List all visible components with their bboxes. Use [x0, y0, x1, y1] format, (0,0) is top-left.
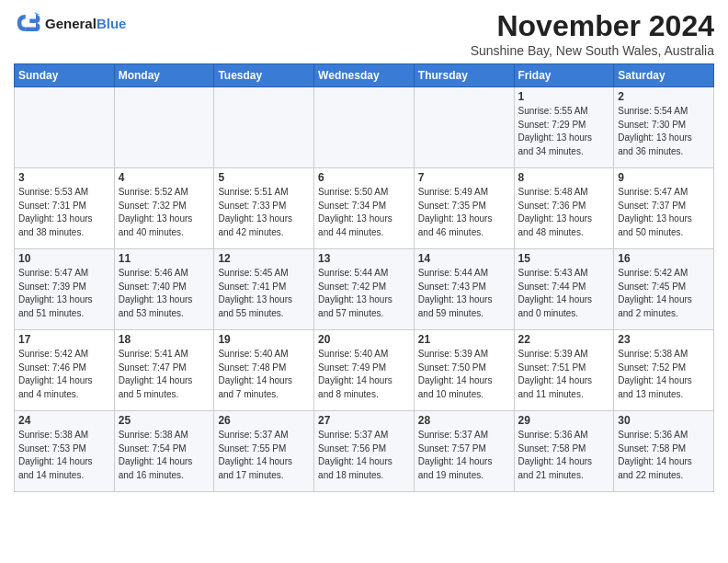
calendar-cell: 13Sunrise: 5:44 AM Sunset: 7:42 PM Dayli… — [314, 249, 415, 330]
calendar-cell: 3Sunrise: 5:53 AM Sunset: 7:31 PM Daylig… — [15, 168, 115, 249]
day-info: Sunrise: 5:39 AM Sunset: 7:51 PM Dayligh… — [518, 348, 610, 401]
day-info: Sunrise: 5:37 AM Sunset: 7:55 PM Dayligh… — [218, 429, 310, 482]
day-number: 26 — [218, 414, 310, 427]
logo-text: GeneralBlue — [45, 16, 126, 31]
calendar-cell: 7Sunrise: 5:49 AM Sunset: 7:35 PM Daylig… — [414, 168, 514, 249]
day-number: 1 — [518, 90, 610, 103]
day-info: Sunrise: 5:55 AM Sunset: 7:29 PM Dayligh… — [518, 105, 610, 158]
day-number: 24 — [18, 414, 110, 427]
calendar-title: November 2024 — [471, 9, 714, 43]
calendar-cell: 1Sunrise: 5:55 AM Sunset: 7:29 PM Daylig… — [514, 87, 614, 168]
calendar-week-row-2: 3Sunrise: 5:53 AM Sunset: 7:31 PM Daylig… — [15, 168, 714, 249]
calendar-cell: 21Sunrise: 5:39 AM Sunset: 7:50 PM Dayli… — [414, 330, 514, 411]
day-number: 13 — [318, 252, 410, 265]
day-info: Sunrise: 5:44 AM Sunset: 7:42 PM Dayligh… — [318, 267, 410, 320]
day-number: 25 — [119, 414, 210, 427]
day-number: 7 — [418, 171, 510, 184]
day-info: Sunrise: 5:44 AM Sunset: 7:43 PM Dayligh… — [418, 267, 510, 320]
day-info: Sunrise: 5:43 AM Sunset: 7:44 PM Dayligh… — [518, 267, 610, 320]
header-friday: Friday — [514, 64, 614, 87]
day-info: Sunrise: 5:51 AM Sunset: 7:33 PM Dayligh… — [218, 186, 310, 239]
calendar-cell: 5Sunrise: 5:51 AM Sunset: 7:33 PM Daylig… — [214, 168, 314, 249]
day-info: Sunrise: 5:54 AM Sunset: 7:30 PM Dayligh… — [618, 105, 710, 158]
calendar-cell — [214, 87, 314, 168]
day-number: 5 — [218, 171, 310, 184]
day-info: Sunrise: 5:40 AM Sunset: 7:48 PM Dayligh… — [218, 348, 310, 401]
day-info: Sunrise: 5:37 AM Sunset: 7:56 PM Dayligh… — [318, 429, 410, 482]
day-info: Sunrise: 5:39 AM Sunset: 7:50 PM Dayligh… — [418, 348, 510, 401]
day-number: 20 — [318, 333, 410, 346]
calendar-week-row-3: 10Sunrise: 5:47 AM Sunset: 7:39 PM Dayli… — [15, 249, 714, 330]
day-info: Sunrise: 5:41 AM Sunset: 7:47 PM Dayligh… — [119, 348, 210, 401]
day-info: Sunrise: 5:42 AM Sunset: 7:46 PM Dayligh… — [18, 348, 110, 401]
day-info: Sunrise: 5:38 AM Sunset: 7:53 PM Dayligh… — [18, 429, 110, 482]
day-info: Sunrise: 5:36 AM Sunset: 7:58 PM Dayligh… — [618, 429, 710, 482]
day-number: 21 — [418, 333, 510, 346]
calendar-cell: 22Sunrise: 5:39 AM Sunset: 7:51 PM Dayli… — [514, 330, 614, 411]
day-number: 3 — [18, 171, 110, 184]
calendar-cell — [114, 87, 214, 168]
day-info: Sunrise: 5:47 AM Sunset: 7:37 PM Dayligh… — [618, 186, 710, 239]
day-info: Sunrise: 5:37 AM Sunset: 7:57 PM Dayligh… — [418, 429, 510, 482]
day-number: 8 — [518, 171, 610, 184]
calendar-cell — [414, 87, 514, 168]
calendar-cell — [15, 87, 115, 168]
header-monday: Monday — [114, 64, 214, 87]
calendar-cell: 25Sunrise: 5:38 AM Sunset: 7:54 PM Dayli… — [114, 411, 214, 492]
day-info: Sunrise: 5:53 AM Sunset: 7:31 PM Dayligh… — [18, 186, 110, 239]
calendar-cell: 6Sunrise: 5:50 AM Sunset: 7:34 PM Daylig… — [314, 168, 415, 249]
day-info: Sunrise: 5:36 AM Sunset: 7:58 PM Dayligh… — [518, 429, 610, 482]
day-number: 15 — [518, 252, 610, 265]
day-number: 9 — [618, 171, 710, 184]
weekday-header-row: Sunday Monday Tuesday Wednesday Thursday… — [15, 64, 714, 87]
day-info: Sunrise: 5:50 AM Sunset: 7:34 PM Dayligh… — [318, 186, 410, 239]
header: GeneralBlue November 2024 Sunshine Bay, … — [14, 9, 714, 58]
day-number: 10 — [18, 252, 110, 265]
day-info: Sunrise: 5:52 AM Sunset: 7:32 PM Dayligh… — [119, 186, 210, 239]
day-number: 14 — [418, 252, 510, 265]
calendar-cell: 4Sunrise: 5:52 AM Sunset: 7:32 PM Daylig… — [114, 168, 214, 249]
header-wednesday: Wednesday — [314, 64, 415, 87]
day-number: 16 — [618, 252, 710, 265]
day-info: Sunrise: 5:47 AM Sunset: 7:39 PM Dayligh… — [18, 267, 110, 320]
calendar-cell: 18Sunrise: 5:41 AM Sunset: 7:47 PM Dayli… — [114, 330, 214, 411]
calendar-cell: 20Sunrise: 5:40 AM Sunset: 7:49 PM Dayli… — [314, 330, 415, 411]
logo: GeneralBlue — [14, 9, 126, 37]
calendar-cell: 8Sunrise: 5:48 AM Sunset: 7:36 PM Daylig… — [514, 168, 614, 249]
header-thursday: Thursday — [414, 64, 514, 87]
calendar-cell — [314, 87, 415, 168]
day-info: Sunrise: 5:45 AM Sunset: 7:41 PM Dayligh… — [218, 267, 310, 320]
calendar-cell: 30Sunrise: 5:36 AM Sunset: 7:58 PM Dayli… — [614, 411, 714, 492]
day-number: 18 — [119, 333, 210, 346]
day-info: Sunrise: 5:48 AM Sunset: 7:36 PM Dayligh… — [518, 186, 610, 239]
day-number: 22 — [518, 333, 610, 346]
calendar-cell: 23Sunrise: 5:38 AM Sunset: 7:52 PM Dayli… — [614, 330, 714, 411]
calendar-cell: 2Sunrise: 5:54 AM Sunset: 7:30 PM Daylig… — [614, 87, 714, 168]
day-number: 28 — [418, 414, 510, 427]
calendar-cell: 15Sunrise: 5:43 AM Sunset: 7:44 PM Dayli… — [514, 249, 614, 330]
day-info: Sunrise: 5:38 AM Sunset: 7:54 PM Dayligh… — [119, 429, 210, 482]
day-number: 2 — [618, 90, 710, 103]
calendar-subtitle: Sunshine Bay, New South Wales, Australia — [471, 43, 714, 58]
logo-icon — [14, 9, 41, 37]
day-info: Sunrise: 5:38 AM Sunset: 7:52 PM Dayligh… — [618, 348, 710, 401]
day-number: 19 — [218, 333, 310, 346]
calendar-week-row-5: 24Sunrise: 5:38 AM Sunset: 7:53 PM Dayli… — [15, 411, 714, 492]
calendar-cell: 28Sunrise: 5:37 AM Sunset: 7:57 PM Dayli… — [414, 411, 514, 492]
day-number: 23 — [618, 333, 710, 346]
calendar-cell: 9Sunrise: 5:47 AM Sunset: 7:37 PM Daylig… — [614, 168, 714, 249]
header-saturday: Saturday — [614, 64, 714, 87]
calendar-cell: 16Sunrise: 5:42 AM Sunset: 7:45 PM Dayli… — [614, 249, 714, 330]
day-number: 6 — [318, 171, 410, 184]
day-info: Sunrise: 5:42 AM Sunset: 7:45 PM Dayligh… — [618, 267, 710, 320]
day-info: Sunrise: 5:46 AM Sunset: 7:40 PM Dayligh… — [119, 267, 210, 320]
calendar-cell: 26Sunrise: 5:37 AM Sunset: 7:55 PM Dayli… — [214, 411, 314, 492]
day-number: 11 — [119, 252, 210, 265]
header-sunday: Sunday — [15, 64, 115, 87]
calendar-cell: 12Sunrise: 5:45 AM Sunset: 7:41 PM Dayli… — [214, 249, 314, 330]
calendar-table: Sunday Monday Tuesday Wednesday Thursday… — [14, 63, 714, 492]
day-number: 17 — [18, 333, 110, 346]
calendar-week-row-1: 1Sunrise: 5:55 AM Sunset: 7:29 PM Daylig… — [15, 87, 714, 168]
day-number: 27 — [318, 414, 410, 427]
calendar-cell: 10Sunrise: 5:47 AM Sunset: 7:39 PM Dayli… — [15, 249, 115, 330]
